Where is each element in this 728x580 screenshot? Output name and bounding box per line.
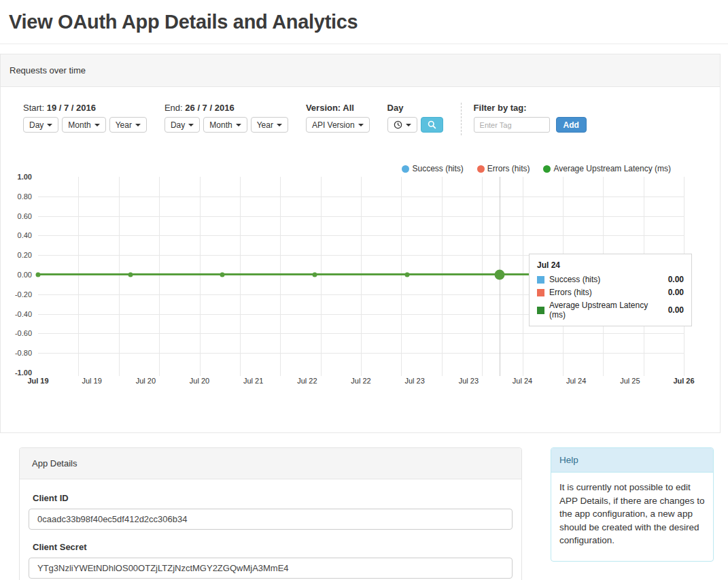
v-gridline [442,177,443,376]
start-year-dropdown-label: Year [116,120,132,130]
end-year-dropdown-label: Year [257,120,273,130]
time-granularity-dropdown[interactable] [387,117,417,133]
tooltip-value: 0.00 [668,288,684,297]
v-gridline [119,177,120,376]
start-month-dropdown[interactable]: Month [62,117,105,133]
start-label: Start: [23,103,44,113]
data-point[interactable] [220,273,225,277]
y-axis-label: 0.80 [18,192,32,201]
v-gridline [280,177,281,376]
requests-panel-body: Start: 19 / 7 / 2016 Day Month Year [1,87,720,432]
chevron-down-icon [277,124,282,126]
legend-item: Errors (hits) [477,164,530,173]
data-point[interactable] [128,273,133,277]
x-axis-label: Jul 22 [351,377,370,385]
data-point[interactable] [494,270,504,280]
tooltip-row: Errors (hits)0.00 [537,288,684,297]
chart-tooltip: Jul 24Success (hits)0.00Errors (hits)0.0… [529,254,692,326]
requests-chart: Success (hits)Errors (hits)Average Upstr… [1,162,720,392]
v-gridline [200,177,201,376]
chart-y-axis: 1.000.800.600.400.200.00-0.20-0.40-0.60-… [1,177,35,373]
end-date-control: End: 26 / 7 / 2016 Day Month Year [164,103,288,133]
app-details-panel: App Details Client ID Client Secret [19,447,522,580]
end-day-dropdown-label: Day [171,120,185,130]
start-year-dropdown[interactable]: Year [109,117,147,133]
granularity-control: Day [387,103,443,133]
tooltip-value: 0.00 [668,305,684,315]
tooltip-value: 0.00 [668,275,684,284]
requests-panel-title: Requests over time [10,65,86,75]
data-point[interactable] [313,273,317,277]
legend-item: Success (hits) [402,164,463,173]
start-day-dropdown[interactable]: Day [23,117,58,133]
v-gridline [159,177,160,376]
x-axis-label: Jul 26 [673,377,694,385]
y-axis-label: 0.00 [18,271,32,279]
legend-label: Success (hits) [412,164,463,173]
y-axis-label: -0.40 [15,310,32,318]
tooltip-label: Average Upstream Latency (ms) [549,301,661,320]
client-secret-field[interactable] [29,558,513,579]
start-day-dropdown-label: Day [29,120,44,130]
data-point[interactable] [36,273,41,277]
clock-icon [394,120,402,129]
chart-search-button[interactable] [421,117,443,133]
tooltip-label: Errors (hits) [549,288,661,297]
page-title: View OAuth App Details and Analytics [9,11,721,33]
help-panel-header: Help [551,448,713,473]
add-tag-button[interactable]: Add [556,117,587,133]
legend-label: Errors (hits) [487,164,530,173]
app-details-column: App Details Client ID Client Secret [19,447,522,580]
x-axis-label: Jul 19 [82,377,101,385]
end-month-dropdown[interactable]: Month [203,117,247,133]
version-value: All [343,103,354,113]
x-axis-label: Jul 24 [566,377,586,385]
help-title: Help [559,455,578,465]
end-value: 26 / 7 / 2016 [185,103,234,113]
chevron-down-icon [94,124,100,126]
x-axis-label: Jul 25 [620,377,640,385]
help-text: It is currently not possible to edit APP… [551,473,713,561]
legend-swatch [543,165,551,173]
legend-label: Average Upstream Latency (ms) [553,164,671,173]
start-date-control: Start: 19 / 7 / 2016 Day Month Year [23,103,147,133]
app-details-title: App Details [32,458,77,468]
granularity-label: Day [387,103,404,113]
tooltip-swatch [537,276,544,284]
y-axis-label: -0.20 [15,290,32,298]
chevron-down-icon [358,124,364,126]
client-id-field[interactable] [29,509,513,530]
chevron-down-icon [47,124,52,126]
help-panel: Help It is currently not possible to edi… [551,447,714,562]
version-label: Version: [306,103,341,113]
api-version-dropdown[interactable]: API Version [306,117,370,133]
controls-divider [461,103,462,135]
v-gridline [78,177,79,376]
start-value: 19 / 7 / 2016 [47,103,96,113]
tooltip-title: Jul 24 [537,260,684,270]
tooltip-row: Average Upstream Latency (ms)0.00 [537,301,684,320]
app-details-body: Client ID Client Secret [20,479,521,580]
v-gridline [361,177,362,376]
end-day-dropdown[interactable]: Day [164,117,200,133]
y-axis-label: 1.00 [18,173,32,181]
chevron-down-icon [135,124,141,126]
tooltip-swatch [537,289,544,296]
x-axis-label: Jul 23 [404,377,424,385]
requests-over-time-panel: Requests over time Start: 19 / 7 / 2016 … [0,54,721,433]
bottom-section: App Details Client ID Client Secret Help… [19,447,721,580]
tag-input[interactable] [474,117,550,133]
end-year-dropdown[interactable]: Year [251,117,288,133]
title-divider [0,44,728,44]
end-month-dropdown-label: Month [209,120,232,130]
version-control: Version: All API Version [306,103,370,133]
api-version-dropdown-label: API Version [312,120,355,130]
x-axis-label: Jul 20 [136,377,156,385]
y-axis-label: -1.00 [15,369,32,377]
chevron-down-icon [406,124,411,126]
v-gridline [321,177,322,376]
data-point[interactable] [404,273,409,277]
search-icon [428,120,436,129]
tooltip-swatch [537,307,544,314]
y-axis-label: 0.20 [18,251,32,259]
